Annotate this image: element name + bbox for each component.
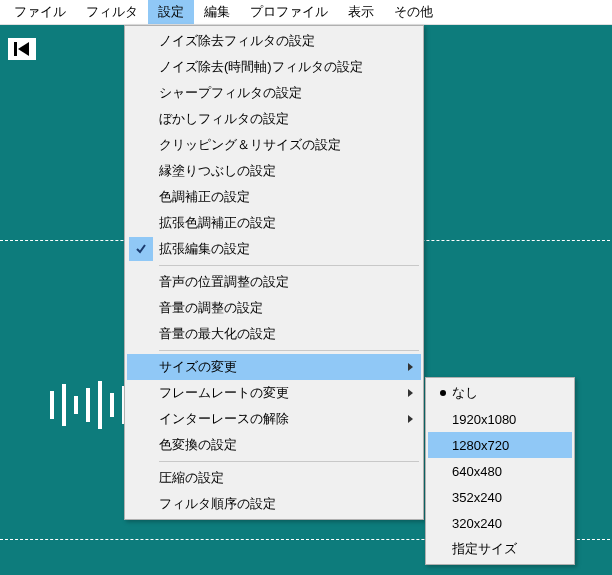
svg-rect-0 — [14, 42, 17, 56]
waveform-tick — [74, 396, 78, 414]
check-gutter — [129, 270, 153, 294]
seek-start-icon — [13, 42, 31, 56]
check-gutter — [129, 466, 153, 490]
menu-bar: ファイルフィルタ設定編集プロファイル表示その他 — [0, 0, 612, 25]
check-gutter — [129, 211, 153, 235]
check-gutter — [129, 492, 153, 516]
size-submenu: なし1920x10801280x720640x480352x240320x240… — [425, 377, 575, 565]
menu-1[interactable]: フィルタ — [76, 0, 148, 24]
menu-item[interactable]: 圧縮の設定 — [127, 465, 421, 491]
menu-3[interactable]: 編集 — [194, 0, 240, 24]
menu-item[interactable]: 音量の調整の設定 — [127, 295, 421, 321]
check-gutter — [129, 29, 153, 53]
menu-item-label: インターレースの解除 — [159, 410, 397, 428]
svg-marker-1 — [18, 42, 29, 56]
menu-item[interactable]: 色調補正の設定 — [127, 184, 421, 210]
waveform-tick — [86, 388, 90, 422]
menu-0[interactable]: ファイル — [4, 0, 76, 24]
menu-separator — [159, 461, 419, 462]
checkmark-icon — [129, 237, 153, 261]
check-gutter — [129, 133, 153, 157]
check-gutter — [129, 81, 153, 105]
check-gutter — [129, 159, 153, 183]
waveform-tick — [62, 384, 66, 426]
menu-item-label: 音量の調整の設定 — [159, 299, 397, 317]
settings-dropdown-menu: ノイズ除去フィルタの設定ノイズ除去(時間軸)フィルタの設定シャープフィルタの設定… — [124, 25, 424, 520]
menu-separator — [159, 350, 419, 351]
menu-4[interactable]: プロファイル — [240, 0, 338, 24]
menu-6[interactable]: その他 — [384, 0, 443, 24]
submenu-item-label: 指定サイズ — [452, 540, 517, 558]
submenu-item-label: 1920x1080 — [452, 412, 516, 427]
submenu-item[interactable]: 1280x720 — [428, 432, 572, 458]
menu-item-label: ぼかしフィルタの設定 — [159, 110, 397, 128]
check-gutter — [129, 407, 153, 431]
radio-selected-icon — [434, 390, 452, 396]
menu-item[interactable]: ぼかしフィルタの設定 — [127, 106, 421, 132]
menu-item-label: ノイズ除去(時間軸)フィルタの設定 — [159, 58, 397, 76]
menu-item[interactable]: フレームレートの変更 — [127, 380, 421, 406]
menu-item-label: フレームレートの変更 — [159, 384, 397, 402]
menu-item-label: 拡張色調補正の設定 — [159, 214, 397, 232]
menu-item-label: 拡張編集の設定 — [159, 240, 397, 258]
submenu-item[interactable]: 640x480 — [428, 458, 572, 484]
check-gutter — [129, 296, 153, 320]
submenu-item[interactable]: 指定サイズ — [428, 536, 572, 562]
check-gutter — [129, 185, 153, 209]
menu-item[interactable]: シャープフィルタの設定 — [127, 80, 421, 106]
menu-item[interactable]: 拡張色調補正の設定 — [127, 210, 421, 236]
menu-5[interactable]: 表示 — [338, 0, 384, 24]
check-gutter — [129, 355, 153, 379]
submenu-item-label: 320x240 — [452, 516, 502, 531]
submenu-item-label: なし — [452, 384, 478, 402]
submenu-item[interactable]: 1920x1080 — [428, 406, 572, 432]
check-gutter — [129, 55, 153, 79]
waveform-tick — [110, 393, 114, 417]
check-gutter — [129, 107, 153, 131]
menu-item[interactable]: 音声の位置調整の設定 — [127, 269, 421, 295]
menu-item[interactable]: 縁塗りつぶしの設定 — [127, 158, 421, 184]
menu-item[interactable]: クリッピング＆リサイズの設定 — [127, 132, 421, 158]
menu-item-label: 音声の位置調整の設定 — [159, 273, 397, 291]
submenu-item[interactable]: 320x240 — [428, 510, 572, 536]
menu-item[interactable]: ノイズ除去フィルタの設定 — [127, 28, 421, 54]
menu-item-label: シャープフィルタの設定 — [159, 84, 397, 102]
check-gutter — [129, 381, 153, 405]
submenu-arrow-icon — [408, 415, 413, 423]
menu-item[interactable]: サイズの変更 — [127, 354, 421, 380]
menu-item-label: 色変換の設定 — [159, 436, 397, 454]
menu-separator — [159, 265, 419, 266]
menu-item[interactable]: ノイズ除去(時間軸)フィルタの設定 — [127, 54, 421, 80]
menu-item-label: 縁塗りつぶしの設定 — [159, 162, 397, 180]
submenu-item-label: 352x240 — [452, 490, 502, 505]
menu-item-label: フィルタ順序の設定 — [159, 495, 397, 513]
submenu-item-label: 1280x720 — [452, 438, 509, 453]
menu-item-label: 音量の最大化の設定 — [159, 325, 397, 343]
menu-item-label: クリッピング＆リサイズの設定 — [159, 136, 397, 154]
submenu-item[interactable]: 352x240 — [428, 484, 572, 510]
menu-item-label: 色調補正の設定 — [159, 188, 397, 206]
submenu-arrow-icon — [408, 363, 413, 371]
menu-item[interactable]: 音量の最大化の設定 — [127, 321, 421, 347]
menu-item[interactable]: フィルタ順序の設定 — [127, 491, 421, 517]
menu-item[interactable]: 色変換の設定 — [127, 432, 421, 458]
menu-2[interactable]: 設定 — [148, 0, 194, 24]
waveform-tick — [98, 381, 102, 429]
submenu-arrow-icon — [408, 389, 413, 397]
submenu-item[interactable]: なし — [428, 380, 572, 406]
check-gutter — [129, 322, 153, 346]
submenu-item-label: 640x480 — [452, 464, 502, 479]
menu-item-label: ノイズ除去フィルタの設定 — [159, 32, 397, 50]
menu-item[interactable]: 拡張編集の設定 — [127, 236, 421, 262]
menu-item-label: 圧縮の設定 — [159, 469, 397, 487]
menu-item[interactable]: インターレースの解除 — [127, 406, 421, 432]
seek-start-button[interactable] — [8, 38, 36, 60]
waveform-tick — [50, 391, 54, 419]
menu-item-label: サイズの変更 — [159, 358, 397, 376]
check-gutter — [129, 433, 153, 457]
